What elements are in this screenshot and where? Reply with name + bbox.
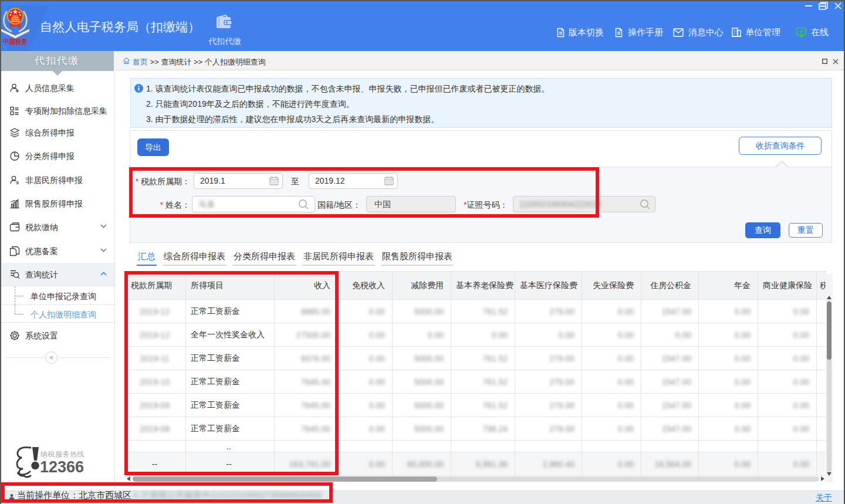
svg-text:中国税务: 中国税务 bbox=[3, 38, 28, 45]
